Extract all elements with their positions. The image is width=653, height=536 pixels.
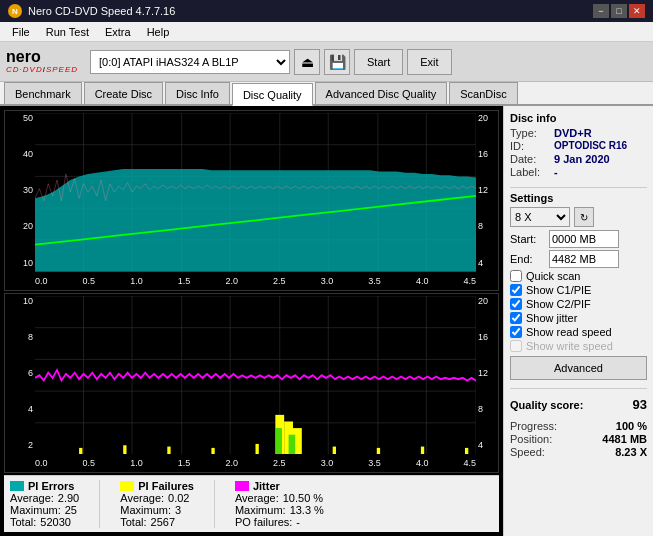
show-read-checkbox[interactable]	[510, 326, 522, 338]
start-mb-row: Start:	[510, 230, 647, 248]
pi-errors-avg-label: Average:	[10, 492, 54, 504]
show-c2pif-checkbox[interactable]	[510, 298, 522, 310]
y1r-label-16: 16	[478, 149, 488, 159]
tab-discquality[interactable]: Disc Quality	[232, 83, 313, 106]
show-c1pie-row: Show C1/PIE	[510, 284, 647, 296]
nero-logo-text: nero	[6, 49, 78, 65]
end-mb-label: End:	[510, 253, 545, 265]
pi-errors-title: PI Errors	[28, 480, 74, 492]
show-read-label: Show read speed	[526, 326, 612, 338]
refresh-button[interactable]: ↻	[574, 207, 594, 227]
tab-discinfo[interactable]: Disc Info	[165, 82, 230, 104]
minimize-button[interactable]: −	[593, 4, 609, 18]
right-panel: Disc info Type: DVD+R ID: OPTODISC R16 D…	[503, 106, 653, 536]
pi-failures-avg-label: Average:	[120, 492, 164, 504]
show-c1pie-checkbox[interactable]	[510, 284, 522, 296]
nero-logo-sub: CD·DVD/SPEED	[6, 65, 78, 74]
menu-help[interactable]: Help	[139, 24, 178, 40]
drive-select[interactable]: [0:0] ATAPI iHAS324 A BL1P	[90, 50, 290, 74]
y1r-label-4: 4	[478, 258, 483, 268]
chart2-y-labels-right: 20 16 12 8 4	[476, 294, 498, 453]
show-jitter-row: Show jitter	[510, 312, 647, 324]
toolbar: nero CD·DVD/SPEED [0:0] ATAPI iHAS324 A …	[0, 42, 653, 82]
start-button[interactable]: Start	[354, 49, 403, 75]
date-label: Date:	[510, 153, 550, 165]
y1r-label-8: 8	[478, 221, 483, 231]
jitter-color	[235, 481, 249, 491]
y1-label-10: 10	[23, 258, 33, 268]
divider1	[99, 480, 100, 528]
titlebar-title: Nero CD-DVD Speed 4.7.7.16	[28, 5, 175, 17]
position-value: 4481 MB	[602, 433, 647, 445]
quality-score-label: Quality score:	[510, 399, 583, 411]
settings-title: Settings	[510, 192, 647, 204]
position-label: Position:	[510, 433, 552, 445]
tab-scandisc[interactable]: ScanDisc	[449, 82, 517, 104]
exit-button[interactable]: Exit	[407, 49, 451, 75]
tab-createdisc[interactable]: Create Disc	[84, 82, 163, 104]
jitter-avg-label: Average:	[235, 492, 279, 504]
speed-select[interactable]: 8 X Maximum 1 X 2 X 4 X 16 X	[510, 207, 570, 227]
jitter-max-value: 13.3 %	[290, 504, 324, 516]
titlebar-controls: − □ ✕	[593, 4, 645, 18]
y1r-label-20: 20	[478, 113, 488, 123]
menu-extra[interactable]: Extra	[97, 24, 139, 40]
maximize-button[interactable]: □	[611, 4, 627, 18]
titlebar-left: N Nero CD-DVD Speed 4.7.7.16	[8, 4, 175, 18]
menu-file[interactable]: File	[4, 24, 38, 40]
chart2-x-labels: 0.0 0.5 1.0 1.5 2.0 2.5 3.0 3.5 4.0 4.5	[35, 454, 476, 472]
label-value: -	[554, 166, 558, 178]
show-write-row: Show write speed	[510, 340, 647, 352]
y1-label-40: 40	[23, 149, 33, 159]
label-label: Label:	[510, 166, 550, 178]
id-value: OPTODISC R16	[554, 140, 627, 152]
menu-runtest[interactable]: Run Test	[38, 24, 97, 40]
save-button[interactable]: 💾	[324, 49, 350, 75]
progress-section: Progress: 100 % Position: 4481 MB Speed:…	[510, 420, 647, 459]
pi-errors-max-label: Maximum:	[10, 504, 61, 516]
svg-rect-37	[211, 447, 214, 454]
show-jitter-checkbox[interactable]	[510, 312, 522, 324]
chart2-y-labels-left: 10 8 6 4 2	[5, 294, 35, 453]
end-mb-input[interactable]	[549, 250, 619, 268]
main-content: 50 40 30 20 10 20 16 12 8 4	[0, 106, 653, 536]
quick-scan-row: Quick scan	[510, 270, 647, 282]
chart1-plot	[35, 113, 476, 272]
tab-benchmark[interactable]: Benchmark	[4, 82, 82, 104]
svg-rect-35	[123, 445, 126, 454]
position-row: Position: 4481 MB	[510, 433, 647, 445]
jitter-po-value: -	[296, 516, 300, 528]
quick-scan-checkbox[interactable]	[510, 270, 522, 282]
pi-errors-total-label: Total:	[10, 516, 36, 528]
y2-label-6: 6	[28, 368, 33, 378]
speed-row: 8 X Maximum 1 X 2 X 4 X 16 X ↻	[510, 207, 647, 227]
progress-value: 100 %	[616, 420, 647, 432]
id-label: ID:	[510, 140, 550, 152]
tab-advanceddiscquality[interactable]: Advanced Disc Quality	[315, 82, 448, 104]
divider-quality	[510, 388, 647, 389]
pi-failures-color	[120, 481, 134, 491]
svg-rect-44	[289, 434, 296, 454]
disc-type-row: Type: DVD+R	[510, 127, 647, 139]
pi-failures-total-label: Total:	[120, 516, 146, 528]
pi-failures-max-label: Maximum:	[120, 504, 171, 516]
divider-settings	[510, 187, 647, 188]
stat-pi-errors: PI Errors Average: 2.90 Maximum: 25 Tota…	[10, 480, 79, 528]
y1-label-30: 30	[23, 185, 33, 195]
quality-score-value: 93	[633, 397, 647, 412]
y2r-label-8: 8	[478, 404, 483, 414]
y1-label-20: 20	[23, 221, 33, 231]
pi-errors-avg-value: 2.90	[58, 492, 79, 504]
eject-button[interactable]: ⏏	[294, 49, 320, 75]
close-button[interactable]: ✕	[629, 4, 645, 18]
settings-section: Settings 8 X Maximum 1 X 2 X 4 X 16 X ↻ …	[510, 192, 647, 380]
y2-label-10: 10	[23, 296, 33, 306]
start-mb-input[interactable]	[549, 230, 619, 248]
advanced-button[interactable]: Advanced	[510, 356, 647, 380]
y2r-label-12: 12	[478, 368, 488, 378]
svg-rect-38	[256, 443, 259, 454]
show-c2pif-label: Show C2/PIF	[526, 298, 591, 310]
speed-prog-label: Speed:	[510, 446, 545, 458]
svg-rect-43	[275, 428, 282, 454]
svg-rect-40	[377, 447, 380, 454]
